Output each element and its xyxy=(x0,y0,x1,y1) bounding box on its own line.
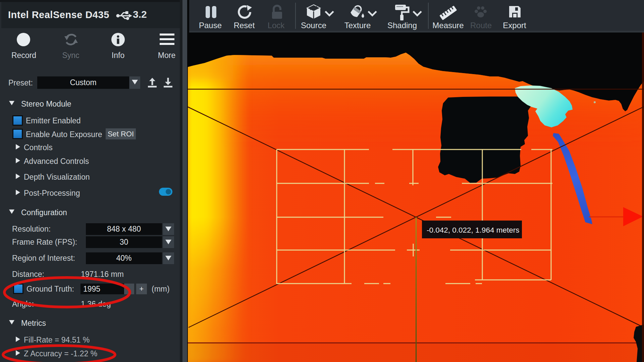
svg-text:-0.042, 0.022, 1.964 meters: -0.042, 0.022, 1.964 meters xyxy=(427,226,519,234)
